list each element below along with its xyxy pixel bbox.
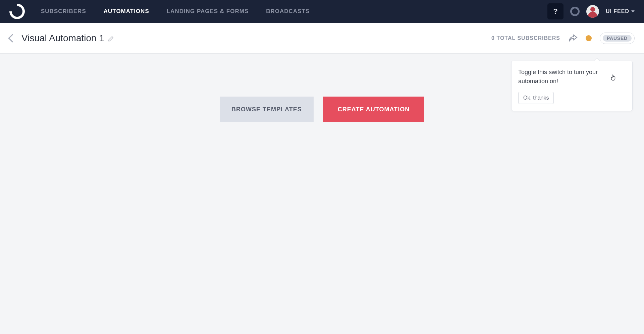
logo-icon[interactable] [6,0,28,22]
status-circle-icon[interactable] [570,7,580,16]
nav-subscribers[interactable]: SUBSCRIBERS [41,8,86,15]
nav-broadcasts[interactable]: BROADCASTS [266,8,310,15]
user-name-label: UI FEED [606,8,629,14]
create-automation-button[interactable]: CREATE AUTOMATION [323,97,424,122]
secondary-right: 0 TOTAL SUBSCRIBERS PAUSED [491,33,635,44]
tooltip-ok-button[interactable]: Ok, thanks [518,92,554,104]
paused-toggle[interactable]: PAUSED [600,33,635,44]
secondary-bar: Visual Automation 1 0 TOTAL SUBSCRIBERS … [0,23,644,54]
nav-links: SUBSCRIBERS AUTOMATIONS LANDING PAGES & … [41,8,310,15]
back-chevron-icon[interactable] [8,34,16,42]
nav-automations[interactable]: AUTOMATIONS [104,8,149,15]
paused-label: PAUSED [603,35,632,42]
avatar[interactable] [586,5,599,18]
cursor-hand-icon [609,74,617,81]
status-dot-icon [586,35,592,41]
page-title: Visual Automation 1 [21,33,104,44]
tooltip: Toggle this switch to turn your automati… [511,61,633,111]
browse-templates-button[interactable]: BROWSE TEMPLATES [220,97,314,122]
top-nav: SUBSCRIBERS AUTOMATIONS LANDING PAGES & … [0,0,644,23]
help-button[interactable]: ? [547,3,564,19]
caret-down-icon [631,10,635,12]
share-icon[interactable] [568,34,578,43]
nav-right: ? UI FEED [547,3,635,19]
edit-icon[interactable] [108,35,115,42]
total-subscribers-label: 0 TOTAL SUBSCRIBERS [491,35,560,41]
user-menu[interactable]: UI FEED [606,8,635,14]
nav-landing-pages-forms[interactable]: LANDING PAGES & FORMS [167,8,249,15]
